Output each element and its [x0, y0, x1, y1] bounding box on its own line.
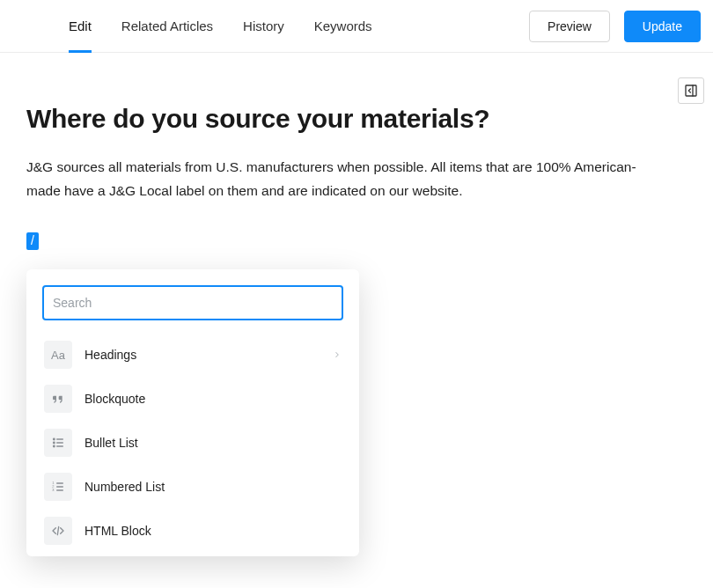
- panel-collapse-icon: [684, 84, 698, 98]
- block-inserter-popover: Aa Headings Blockquote Bullet List 123 N…: [26, 269, 359, 556]
- menu-item-numbered-list[interactable]: 123 Numbered List: [42, 465, 343, 509]
- svg-point-4: [54, 442, 55, 444]
- search-input-wrapper[interactable]: [42, 285, 343, 320]
- numbered-list-icon: 123: [44, 473, 72, 501]
- menu-item-bullet-list[interactable]: Bullet List: [42, 421, 343, 465]
- svg-rect-0: [686, 85, 696, 96]
- tab-related-articles[interactable]: Related Articles: [121, 0, 213, 52]
- menu-item-label: Bullet List: [85, 436, 342, 450]
- button-label: Update: [643, 19, 682, 33]
- tab-edit[interactable]: Edit: [69, 0, 92, 52]
- menu-item-label: Headings: [85, 348, 320, 362]
- actions: Preview Update: [529, 11, 701, 42]
- update-button[interactable]: Update: [624, 11, 701, 42]
- svg-point-2: [54, 438, 55, 440]
- button-label: Preview: [548, 19, 592, 33]
- tab-label: Related Articles: [121, 18, 213, 33]
- menu-item-html-block[interactable]: HTML Block: [42, 509, 343, 553]
- bullet-list-icon: [44, 429, 72, 457]
- article-title[interactable]: Where do you source your materials?: [26, 104, 687, 134]
- tab-label: Keywords: [314, 18, 372, 33]
- svg-line-14: [57, 526, 58, 534]
- content: Where do you source your materials? J&G …: [0, 53, 713, 250]
- menu-item-blockquote[interactable]: Blockquote: [42, 377, 343, 421]
- tab-keywords[interactable]: Keywords: [314, 0, 372, 52]
- headings-icon: Aa: [44, 341, 72, 369]
- tab-history[interactable]: History: [243, 0, 284, 52]
- menu-item-label: Numbered List: [85, 480, 342, 494]
- tabs: Edit Related Articles History Keywords: [0, 0, 372, 52]
- menu-item-label: Blockquote: [85, 392, 342, 406]
- blockquote-icon: [44, 385, 72, 413]
- svg-text:3: 3: [52, 488, 55, 492]
- article-body[interactable]: J&G sources all materials from U.S. manu…: [26, 155, 660, 202]
- menu-item-label: HTML Block: [85, 524, 342, 538]
- chevron-right-icon: [333, 347, 342, 363]
- tab-label: History: [243, 18, 284, 33]
- collapse-sidebar-button[interactable]: [678, 77, 704, 104]
- preview-button[interactable]: Preview: [529, 11, 610, 42]
- search-input[interactable]: [53, 296, 333, 310]
- slash-command-trigger[interactable]: /: [26, 232, 39, 249]
- menu-item-headings[interactable]: Aa Headings: [42, 333, 343, 377]
- svg-point-6: [54, 445, 55, 447]
- tab-label: Edit: [69, 18, 92, 33]
- topbar: Edit Related Articles History Keywords P…: [0, 0, 713, 53]
- html-block-icon: [44, 517, 72, 545]
